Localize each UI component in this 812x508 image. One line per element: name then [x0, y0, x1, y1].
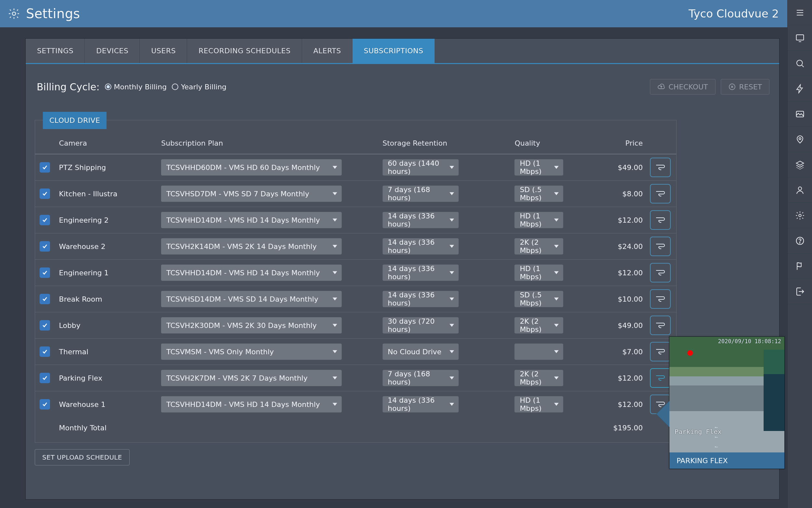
- radio-dot-icon: [172, 84, 178, 90]
- retention-select[interactable]: 7 days (168 hours): [383, 185, 459, 202]
- plan-select[interactable]: TCSVHHD60DM - VMS HD 60 Days Monthly: [161, 159, 342, 175]
- image-icon[interactable]: [787, 101, 812, 127]
- price-value: $49.00: [618, 164, 643, 172]
- camera-name: Warehouse 1: [59, 400, 105, 409]
- plan-select[interactable]: TCSVHSD7DM - VMS SD 7 Days Monthly: [161, 185, 342, 202]
- price-value: $49.00: [618, 322, 643, 330]
- camera-preview-button[interactable]: [650, 237, 671, 256]
- quality-select[interactable]: HD (1 Mbps): [515, 396, 563, 413]
- retention-select[interactable]: 7 days (168 hours): [383, 370, 459, 386]
- row-checkbox[interactable]: [40, 162, 50, 173]
- row-checkbox[interactable]: [40, 373, 50, 383]
- svg-point-1: [797, 60, 803, 66]
- camera-name: Engineering 2: [59, 216, 109, 224]
- plan-select[interactable]: TCSVH2K30DM - VMS 2K 30 Days Monthly: [161, 317, 342, 334]
- billing-cycle-row: Billing Cycle: Monthly Billing Yearly Bi…: [26, 64, 779, 100]
- table-row: Engineering 2TCSVHHD14DM - VMS HD 14 Day…: [35, 207, 676, 234]
- exit-icon[interactable]: [787, 279, 812, 304]
- camera-name: Parking Flex: [59, 374, 103, 382]
- quality-select[interactable]: 2K (2 Mbps): [515, 370, 563, 386]
- retention-select[interactable]: 30 days (720 hours): [383, 317, 459, 334]
- checkout-button[interactable]: CHECKOUT: [650, 79, 715, 95]
- right-icon-rail: [787, 0, 812, 508]
- col-price: Price: [598, 133, 644, 154]
- tabs: SETTINGS DEVICES USERS RECORDING SCHEDUL…: [26, 39, 779, 64]
- retention-select[interactable]: 14 days (336 hours): [383, 396, 459, 413]
- retention-select[interactable]: 14 days (336 hours): [383, 212, 459, 228]
- camera-preview-button[interactable]: [650, 210, 671, 230]
- table-row: ThermalTCSVMSM - VMS Only MonthlyNo Clou…: [35, 339, 676, 365]
- price-value: $12.00: [618, 269, 643, 277]
- svg-point-3: [799, 137, 801, 139]
- camera-preview-button[interactable]: [650, 158, 671, 177]
- quality-select[interactable]: SD (.5 Mbps): [515, 185, 563, 202]
- camera-preview-button[interactable]: [650, 263, 671, 283]
- plan-select[interactable]: TCSVH2K7DM - VMS 2K 7 Days Monthly: [161, 370, 342, 386]
- quality-select[interactable]: HD (1 Mbps): [515, 159, 563, 175]
- camera-preview-button[interactable]: [650, 368, 671, 388]
- row-checkbox[interactable]: [40, 294, 50, 304]
- quality-select[interactable]: SD (.5 Mbps): [515, 291, 563, 307]
- camera-preview-button[interactable]: [650, 342, 671, 362]
- help-icon[interactable]: [787, 228, 812, 254]
- search-icon[interactable]: [787, 51, 812, 76]
- row-checkbox[interactable]: [40, 188, 50, 199]
- camera-preview-button[interactable]: [650, 184, 671, 204]
- camera-name: Break Room: [59, 295, 102, 303]
- row-checkbox[interactable]: [40, 215, 50, 225]
- retention-select[interactable]: No Cloud Drive: [383, 344, 459, 360]
- row-checkbox[interactable]: [40, 267, 50, 278]
- pin-icon[interactable]: [787, 127, 812, 152]
- row-checkbox[interactable]: [40, 320, 50, 331]
- plan-select[interactable]: TCSVH2K14DM - VMS 2K 14 Days Monthly: [161, 238, 342, 254]
- gear-icon[interactable]: [787, 203, 812, 228]
- plan-select[interactable]: TCSVHHD14DM - VMS HD 14 Days Monthly: [161, 212, 342, 228]
- plan-select[interactable]: TCSVHHD14DM - VMS HD 14 Days Monthly: [161, 264, 342, 281]
- table-row: LobbyTCSVH2K30DM - VMS 2K 30 Days Monthl…: [35, 312, 676, 339]
- quality-select[interactable]: HD (1 Mbps): [515, 212, 563, 228]
- col-camera: Camera: [55, 133, 159, 154]
- camera-preview-button[interactable]: [650, 289, 671, 309]
- reset-button[interactable]: RESET: [721, 79, 770, 95]
- row-checkbox[interactable]: [40, 346, 50, 357]
- retention-select[interactable]: 14 days (336 hours): [383, 264, 459, 281]
- retention-select[interactable]: 60 days (1440 hours): [383, 159, 459, 175]
- plan-select[interactable]: TCSVHSD14DM - VMS SD 14 Days Monthly: [161, 291, 342, 307]
- monitor-icon[interactable]: [787, 25, 812, 51]
- plan-select[interactable]: TCSVMSM - VMS Only Monthly: [161, 344, 342, 360]
- price-value: $24.00: [618, 243, 643, 251]
- svg-point-7: [799, 243, 800, 243]
- user-icon[interactable]: [787, 177, 812, 203]
- retention-select[interactable]: 14 days (336 hours): [383, 238, 459, 254]
- flag-icon[interactable]: [787, 254, 812, 279]
- totals-row: Monthly Total $195.00: [35, 417, 676, 436]
- plan-select[interactable]: TCSVHHD14DM - VMS HD 14 Days Monthly: [161, 396, 342, 413]
- bolt-icon[interactable]: [787, 76, 812, 101]
- price-value: $12.00: [618, 374, 643, 382]
- quality-select[interactable]: HD (1 Mbps): [515, 264, 563, 281]
- row-checkbox[interactable]: [40, 399, 50, 410]
- set-upload-schedule-button[interactable]: SET UPLOAD SCHEDULE: [35, 449, 130, 465]
- tab-devices[interactable]: DEVICES: [85, 39, 140, 63]
- camera-preview-button[interactable]: [650, 315, 671, 335]
- quality-select[interactable]: 2K (2 Mbps): [515, 238, 563, 254]
- quality-select[interactable]: [515, 344, 563, 360]
- table-row: Break RoomTCSVHSD14DM - VMS SD 14 Days M…: [35, 286, 676, 312]
- table-row: Engineering 1TCSVHHD14DM - VMS HD 14 Day…: [35, 260, 676, 286]
- radio-yearly[interactable]: Yearly Billing: [172, 83, 226, 91]
- tab-alerts[interactable]: ALERTS: [302, 39, 352, 63]
- totals-label: Monthly Total: [55, 417, 159, 436]
- stack-icon[interactable]: [787, 152, 812, 177]
- tab-recording-schedules[interactable]: RECORDING SCHEDULES: [187, 39, 302, 63]
- tab-subscriptions[interactable]: SUBSCRIPTIONS: [352, 39, 435, 63]
- menu-icon[interactable]: [787, 0, 812, 25]
- quality-select[interactable]: 2K (2 Mbps): [515, 317, 563, 334]
- table-row: Warehouse 2TCSVH2K14DM - VMS 2K 14 Days …: [35, 234, 676, 260]
- camera-name: Thermal: [59, 348, 89, 356]
- checkout-label: CHECKOUT: [668, 83, 708, 91]
- row-checkbox[interactable]: [40, 241, 50, 252]
- tab-settings[interactable]: SETTINGS: [26, 39, 85, 63]
- retention-select[interactable]: 14 days (336 hours): [383, 291, 459, 307]
- tab-users[interactable]: USERS: [140, 39, 187, 63]
- radio-monthly[interactable]: Monthly Billing: [105, 83, 167, 91]
